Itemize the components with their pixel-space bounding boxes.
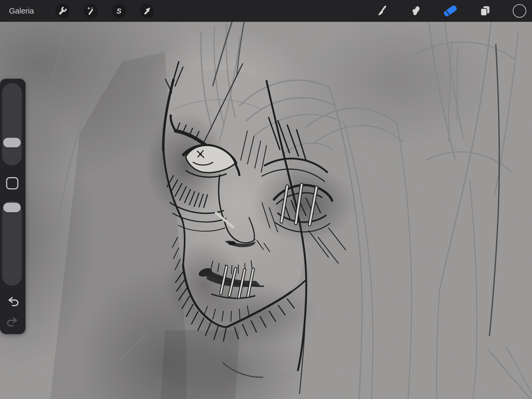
s-ribbon-icon: S <box>114 6 124 16</box>
layers-icon <box>479 5 491 17</box>
opacity-handle[interactable] <box>3 203 21 212</box>
brush-tool-button[interactable] <box>374 4 388 18</box>
undo-button[interactable] <box>6 294 20 309</box>
adjustments-button[interactable] <box>84 4 98 18</box>
color-swatch-circle <box>512 3 527 18</box>
smudge-finger-icon <box>410 5 422 17</box>
s-glyph: S <box>116 7 121 15</box>
selection-button[interactable]: S <box>112 4 126 18</box>
brush-size-handle[interactable] <box>3 138 21 147</box>
eraser-icon <box>443 4 457 18</box>
topbar-left-group: Galeria S <box>0 4 154 18</box>
topbar: Galeria S <box>0 0 532 22</box>
topbar-right-group <box>354 4 532 18</box>
undo-icon <box>6 294 20 309</box>
redo-button[interactable] <box>6 314 20 329</box>
redo-icon <box>6 314 20 329</box>
smudge-tool-button[interactable] <box>409 4 423 18</box>
actions-button[interactable] <box>55 4 70 18</box>
opacity-slider[interactable] <box>2 201 22 286</box>
color-swatch-button[interactable] <box>512 4 527 18</box>
eraser-tool-button[interactable] <box>443 4 458 18</box>
paintbrush-icon <box>375 5 387 17</box>
gallery-button[interactable]: Galeria <box>9 7 41 15</box>
modify-button[interactable] <box>6 177 18 189</box>
sidebar <box>0 79 26 334</box>
magic-wand-icon <box>85 6 96 16</box>
wrench-icon <box>57 6 68 16</box>
procreate-app: Galeria S <box>0 0 532 399</box>
canvas-artwork[interactable] <box>0 22 532 399</box>
move-arrow-icon <box>142 6 152 16</box>
layers-button[interactable] <box>478 4 492 18</box>
transform-button[interactable] <box>140 4 154 18</box>
brush-size-slider[interactable] <box>2 83 22 165</box>
